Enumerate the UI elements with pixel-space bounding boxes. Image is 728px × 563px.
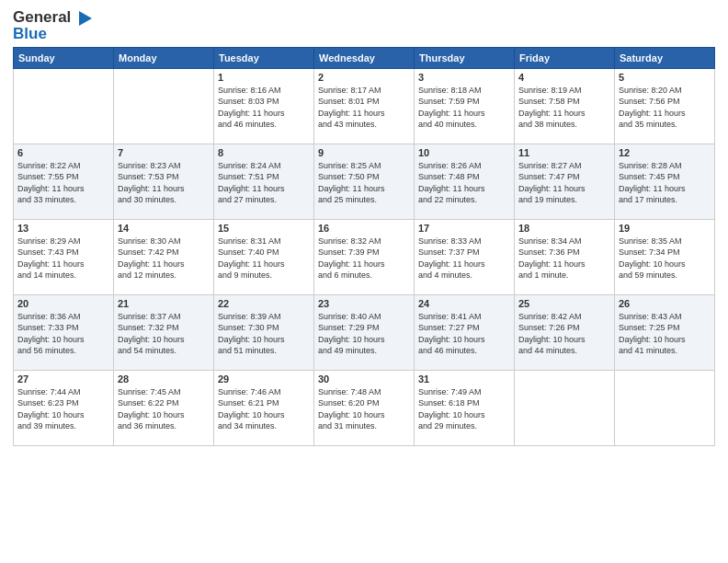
calendar-table: SundayMondayTuesdayWednesdayThursdayFrid… — [13, 47, 715, 446]
header: General Blue — [13, 9, 715, 41]
calendar-cell: 28Sunrise: 7:45 AM Sunset: 6:22 PM Dayli… — [114, 370, 214, 445]
calendar-cell: 19Sunrise: 8:35 AM Sunset: 7:34 PM Dayli… — [615, 219, 715, 294]
day-info: Sunrise: 8:41 AM Sunset: 7:27 PM Dayligh… — [418, 311, 510, 357]
page: General Blue SundayMondayTuesdayWednesda… — [0, 0, 728, 563]
day-number: 2 — [318, 72, 410, 83]
day-number: 26 — [619, 298, 711, 309]
day-info: Sunrise: 8:29 AM Sunset: 7:43 PM Dayligh… — [17, 236, 109, 282]
day-number: 1 — [218, 72, 310, 83]
calendar-cell: 20Sunrise: 8:36 AM Sunset: 7:33 PM Dayli… — [14, 294, 114, 370]
calendar-cell: 23Sunrise: 8:40 AM Sunset: 7:29 PM Dayli… — [314, 294, 415, 370]
weekday-header-friday: Friday — [515, 47, 615, 68]
day-info: Sunrise: 8:20 AM Sunset: 7:56 PM Dayligh… — [619, 85, 711, 131]
day-info: Sunrise: 8:28 AM Sunset: 7:45 PM Dayligh… — [619, 160, 711, 206]
day-info: Sunrise: 8:16 AM Sunset: 8:03 PM Dayligh… — [218, 85, 310, 131]
day-info: Sunrise: 8:43 AM Sunset: 7:25 PM Dayligh… — [619, 311, 711, 357]
day-number: 7 — [118, 147, 210, 158]
day-number: 12 — [619, 147, 711, 158]
weekday-header-row: SundayMondayTuesdayWednesdayThursdayFrid… — [14, 47, 715, 68]
calendar-cell: 17Sunrise: 8:33 AM Sunset: 7:37 PM Dayli… — [415, 219, 515, 294]
day-number: 28 — [118, 373, 210, 385]
calendar-cell: 9Sunrise: 8:25 AM Sunset: 7:50 PM Daylig… — [314, 144, 415, 219]
calendar-cell: 4Sunrise: 8:19 AM Sunset: 7:58 PM Daylig… — [515, 68, 615, 144]
day-number: 6 — [17, 147, 109, 158]
day-number: 20 — [17, 298, 109, 309]
day-info: Sunrise: 7:49 AM Sunset: 6:18 PM Dayligh… — [418, 386, 510, 432]
calendar-cell: 24Sunrise: 8:41 AM Sunset: 7:27 PM Dayli… — [415, 294, 515, 370]
day-info: Sunrise: 8:24 AM Sunset: 7:51 PM Dayligh… — [218, 160, 310, 206]
calendar-cell — [14, 68, 114, 144]
calendar-week-row: 27Sunrise: 7:44 AM Sunset: 6:23 PM Dayli… — [14, 370, 715, 445]
day-number: 21 — [118, 298, 210, 309]
svg-marker-0 — [79, 11, 92, 26]
calendar-cell: 25Sunrise: 8:42 AM Sunset: 7:26 PM Dayli… — [515, 294, 615, 370]
calendar-cell: 18Sunrise: 8:34 AM Sunset: 7:36 PM Dayli… — [515, 219, 615, 294]
day-number: 27 — [17, 373, 109, 385]
day-info: Sunrise: 8:22 AM Sunset: 7:55 PM Dayligh… — [17, 160, 109, 206]
calendar-cell: 14Sunrise: 8:30 AM Sunset: 7:42 PM Dayli… — [114, 219, 214, 294]
day-number: 25 — [518, 298, 610, 309]
calendar-cell: 5Sunrise: 8:20 AM Sunset: 7:56 PM Daylig… — [615, 68, 715, 144]
calendar-week-row: 6Sunrise: 8:22 AM Sunset: 7:55 PM Daylig… — [14, 144, 715, 219]
calendar-week-row: 1Sunrise: 8:16 AM Sunset: 8:03 PM Daylig… — [14, 68, 715, 144]
calendar-cell: 16Sunrise: 8:32 AM Sunset: 7:39 PM Dayli… — [314, 219, 415, 294]
logo: General Blue — [13, 9, 92, 41]
day-number: 15 — [218, 223, 310, 234]
day-info: Sunrise: 8:34 AM Sunset: 7:36 PM Dayligh… — [518, 236, 610, 282]
calendar-cell: 30Sunrise: 7:48 AM Sunset: 6:20 PM Dayli… — [314, 370, 415, 445]
day-info: Sunrise: 7:48 AM Sunset: 6:20 PM Dayligh… — [318, 386, 410, 432]
day-info: Sunrise: 8:33 AM Sunset: 7:37 PM Dayligh… — [418, 236, 510, 282]
day-info: Sunrise: 8:25 AM Sunset: 7:50 PM Dayligh… — [318, 160, 410, 206]
day-info: Sunrise: 7:46 AM Sunset: 6:21 PM Dayligh… — [218, 386, 310, 432]
day-number: 10 — [418, 147, 510, 158]
calendar-cell: 15Sunrise: 8:31 AM Sunset: 7:40 PM Dayli… — [214, 219, 314, 294]
day-number: 14 — [118, 223, 210, 234]
calendar-cell: 29Sunrise: 7:46 AM Sunset: 6:21 PM Dayli… — [214, 370, 314, 445]
day-number: 19 — [619, 223, 711, 234]
calendar-cell — [515, 370, 615, 445]
day-info: Sunrise: 8:18 AM Sunset: 7:59 PM Dayligh… — [418, 85, 510, 131]
day-info: Sunrise: 8:23 AM Sunset: 7:53 PM Dayligh… — [118, 160, 210, 206]
calendar-cell: 27Sunrise: 7:44 AM Sunset: 6:23 PM Dayli… — [14, 370, 114, 445]
day-number: 11 — [518, 147, 610, 158]
day-info: Sunrise: 8:42 AM Sunset: 7:26 PM Dayligh… — [518, 311, 610, 357]
calendar-week-row: 20Sunrise: 8:36 AM Sunset: 7:33 PM Dayli… — [14, 294, 715, 370]
weekday-header-wednesday: Wednesday — [314, 47, 415, 68]
day-info: Sunrise: 7:45 AM Sunset: 6:22 PM Dayligh… — [118, 386, 210, 432]
day-info: Sunrise: 8:39 AM Sunset: 7:30 PM Dayligh… — [218, 311, 310, 357]
day-number: 16 — [318, 223, 410, 234]
day-info: Sunrise: 8:32 AM Sunset: 7:39 PM Dayligh… — [318, 236, 410, 282]
calendar-cell: 2Sunrise: 8:17 AM Sunset: 8:01 PM Daylig… — [314, 68, 415, 144]
day-info: Sunrise: 8:26 AM Sunset: 7:48 PM Dayligh… — [418, 160, 510, 206]
calendar-cell — [114, 68, 214, 144]
calendar-cell: 21Sunrise: 8:37 AM Sunset: 7:32 PM Dayli… — [114, 294, 214, 370]
day-number: 29 — [218, 373, 310, 385]
day-info: Sunrise: 8:30 AM Sunset: 7:42 PM Dayligh… — [118, 236, 210, 282]
day-info: Sunrise: 8:27 AM Sunset: 7:47 PM Dayligh… — [518, 160, 610, 206]
calendar-cell: 13Sunrise: 8:29 AM Sunset: 7:43 PM Dayli… — [14, 219, 114, 294]
calendar-cell: 10Sunrise: 8:26 AM Sunset: 7:48 PM Dayli… — [415, 144, 515, 219]
day-info: Sunrise: 7:44 AM Sunset: 6:23 PM Dayligh… — [17, 386, 109, 432]
calendar-cell: 3Sunrise: 8:18 AM Sunset: 7:59 PM Daylig… — [415, 68, 515, 144]
day-info: Sunrise: 8:17 AM Sunset: 8:01 PM Dayligh… — [318, 85, 410, 131]
day-number: 9 — [318, 147, 410, 158]
day-number: 17 — [418, 223, 510, 234]
weekday-header-saturday: Saturday — [615, 47, 715, 68]
day-number: 4 — [518, 72, 610, 83]
calendar-cell: 31Sunrise: 7:49 AM Sunset: 6:18 PM Dayli… — [415, 370, 515, 445]
day-number: 3 — [418, 72, 510, 83]
day-info: Sunrise: 8:31 AM Sunset: 7:40 PM Dayligh… — [218, 236, 310, 282]
calendar-cell: 11Sunrise: 8:27 AM Sunset: 7:47 PM Dayli… — [515, 144, 615, 219]
calendar-week-row: 13Sunrise: 8:29 AM Sunset: 7:43 PM Dayli… — [14, 219, 715, 294]
day-info: Sunrise: 8:35 AM Sunset: 7:34 PM Dayligh… — [619, 236, 711, 282]
weekday-header-monday: Monday — [114, 47, 214, 68]
calendar-cell: 8Sunrise: 8:24 AM Sunset: 7:51 PM Daylig… — [214, 144, 314, 219]
day-number: 18 — [518, 223, 610, 234]
day-info: Sunrise: 8:19 AM Sunset: 7:58 PM Dayligh… — [518, 85, 610, 131]
day-number: 23 — [318, 298, 410, 309]
day-info: Sunrise: 8:37 AM Sunset: 7:32 PM Dayligh… — [118, 311, 210, 357]
day-number: 30 — [318, 373, 410, 385]
day-info: Sunrise: 8:36 AM Sunset: 7:33 PM Dayligh… — [17, 311, 109, 357]
day-number: 5 — [619, 72, 711, 83]
calendar-cell — [615, 370, 715, 445]
